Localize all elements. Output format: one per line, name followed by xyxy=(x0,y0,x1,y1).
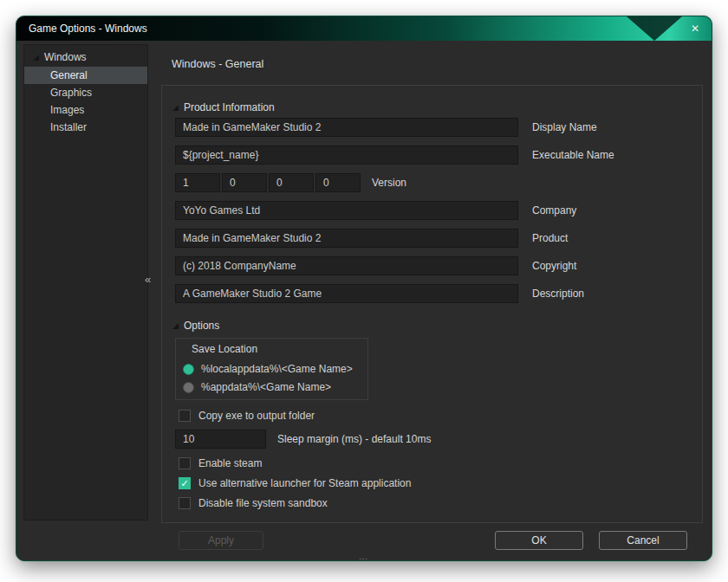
version-label: Version xyxy=(372,173,406,192)
ok-button[interactable]: OK xyxy=(495,531,583,550)
section-product-information[interactable]: Product Information xyxy=(172,100,275,114)
game-options-window: Game Options - Windows ✕ Windows General… xyxy=(16,16,712,561)
sidebar-item-general[interactable]: General xyxy=(24,67,147,84)
checkbox-disable-sandbox[interactable]: Disable file system sandbox xyxy=(179,496,328,510)
sidebar-item-label: Images xyxy=(50,104,84,116)
version-build-input[interactable] xyxy=(315,173,361,192)
sidebar-item-label: Installer xyxy=(50,121,87,133)
checkbox-label: Disable file system sandbox xyxy=(198,497,328,509)
sleep-margin-row: Sleep margin (ms) - default 10ms xyxy=(162,430,702,449)
version-release-input[interactable] xyxy=(269,173,314,192)
version-row: Version xyxy=(162,173,702,192)
field-row: Copyright xyxy=(162,256,702,275)
checkbox-enable-steam[interactable]: Enable steam xyxy=(179,456,262,470)
radio-localappdata[interactable]: %localappdata%\<Game Name> xyxy=(183,363,353,375)
page-title: Windows - General xyxy=(172,55,263,73)
sleep-margin-input[interactable] xyxy=(175,430,266,449)
collapse-sidebar-icon[interactable]: « xyxy=(145,273,151,286)
save-location-title: Save Location xyxy=(192,343,257,355)
description-input[interactable] xyxy=(175,284,518,303)
checkbox-icon[interactable] xyxy=(179,457,191,469)
checkbox-icon[interactable] xyxy=(179,497,191,509)
sidebar-item-installer[interactable]: Installer xyxy=(24,119,147,136)
display-name-label: Display Name xyxy=(532,118,597,137)
checkbox-icon[interactable] xyxy=(179,410,191,422)
apply-button[interactable]: Apply xyxy=(179,531,263,550)
product-input[interactable] xyxy=(175,229,518,248)
version-major-input[interactable] xyxy=(175,173,220,192)
resize-grip[interactable]: … xyxy=(16,551,712,561)
executable-name-label: Executable Name xyxy=(532,146,614,165)
copyright-input[interactable] xyxy=(175,256,518,275)
checkbox-copy-exe[interactable]: Copy exe to output folder xyxy=(179,409,315,423)
field-row: Company xyxy=(162,201,702,220)
display-name-input[interactable] xyxy=(175,118,518,137)
description-label: Description xyxy=(532,284,584,303)
expand-triangle-icon[interactable] xyxy=(33,48,39,67)
section-options[interactable]: Options xyxy=(172,319,219,333)
close-icon[interactable]: ✕ xyxy=(687,16,703,41)
field-row: Executable Name xyxy=(162,146,702,165)
checkbox-label: Use alternative launcher for Steam appli… xyxy=(198,477,411,489)
sleep-margin-label: Sleep margin (ms) - default 10ms xyxy=(277,430,431,449)
titlebar-decoration-chevron xyxy=(627,16,682,41)
radio-label: %localappdata%\<Game Name> xyxy=(201,363,353,375)
field-row: Description xyxy=(162,284,702,303)
expand-triangle-icon xyxy=(172,319,179,333)
company-input[interactable] xyxy=(175,201,518,220)
sidebar-item-images[interactable]: Images xyxy=(24,101,147,119)
checkbox-label: Copy exe to output folder xyxy=(198,410,315,422)
checkbox-label: Enable steam xyxy=(198,457,262,469)
radio-selected-icon[interactable] xyxy=(183,364,194,375)
page-background: Game Options - Windows ✕ Windows General… xyxy=(0,0,728,582)
save-location-group: Save Location %localappdata%\<Game Name>… xyxy=(175,338,368,400)
radio-unselected-icon[interactable] xyxy=(183,382,194,393)
sidebar-item-label: Graphics xyxy=(50,87,92,99)
sidebar-item-graphics[interactable]: Graphics xyxy=(24,84,147,101)
product-label: Product xyxy=(532,229,568,248)
version-minor-input[interactable] xyxy=(222,173,267,192)
radio-appdata[interactable]: %appdata%\<Game Name> xyxy=(183,381,331,393)
field-row: Product xyxy=(162,229,702,248)
cancel-button[interactable]: Cancel xyxy=(599,531,687,550)
company-label: Company xyxy=(532,201,576,220)
expand-triangle-icon xyxy=(172,100,179,115)
field-row: Display Name xyxy=(162,118,702,137)
window-title: Game Options - Windows xyxy=(29,16,147,41)
checkbox-checked-icon[interactable] xyxy=(179,477,191,489)
sidebar: Windows General Graphics Images Installe… xyxy=(23,44,148,521)
checkbox-alt-launcher[interactable]: Use alternative launcher for Steam appli… xyxy=(179,476,411,490)
section-title: Product Information xyxy=(184,101,275,113)
radio-label: %appdata%\<Game Name> xyxy=(201,381,331,393)
section-title: Options xyxy=(184,320,219,332)
sidebar-root-label: Windows xyxy=(44,51,87,63)
settings-panel: Product Information Display Name Executa… xyxy=(161,85,703,523)
title-bar[interactable]: Game Options - Windows ✕ xyxy=(16,16,712,41)
sidebar-item-windows[interactable]: Windows xyxy=(24,48,147,67)
executable-name-input[interactable] xyxy=(175,146,518,165)
copyright-label: Copyright xyxy=(532,256,576,275)
sidebar-item-label: General xyxy=(50,69,88,81)
